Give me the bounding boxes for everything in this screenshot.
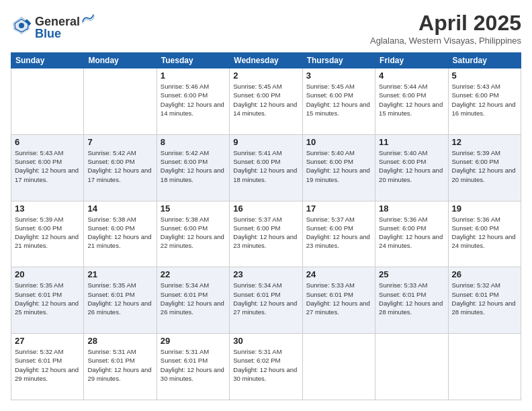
calendar-cell: 6Sunrise: 5:43 AM Sunset: 6:00 PM Daylig… xyxy=(11,134,84,201)
calendar-cell xyxy=(448,334,521,400)
day-info: Sunrise: 5:37 AM Sunset: 6:00 PM Dayligh… xyxy=(233,215,298,250)
month-year: April 2025 xyxy=(370,11,521,36)
day-info: Sunrise: 5:38 AM Sunset: 6:00 PM Dayligh… xyxy=(161,215,226,250)
location: Aglalana, Western Visayas, Philippines xyxy=(370,36,521,46)
col-thursday: Thursday xyxy=(302,53,375,68)
calendar-cell: 4Sunrise: 5:44 AM Sunset: 6:00 PM Daylig… xyxy=(375,68,448,135)
day-number: 19 xyxy=(452,203,517,214)
calendar-cell xyxy=(302,334,375,400)
day-info: Sunrise: 5:42 AM Sunset: 6:00 PM Dayligh… xyxy=(161,148,226,184)
calendar-cell xyxy=(375,334,448,400)
calendar-cell: 25Sunrise: 5:33 AM Sunset: 6:01 PM Dayli… xyxy=(375,267,448,334)
day-info: Sunrise: 5:36 AM Sunset: 6:00 PM Dayligh… xyxy=(452,215,517,250)
day-number: 10 xyxy=(306,137,371,147)
logo-icon xyxy=(11,15,32,36)
day-info: Sunrise: 5:31 AM Sunset: 6:01 PM Dayligh… xyxy=(87,347,152,383)
day-number: 1 xyxy=(161,71,226,81)
logo-blue: Blue xyxy=(35,27,61,40)
day-number: 14 xyxy=(87,203,152,214)
week-row-4: 20Sunrise: 5:35 AM Sunset: 6:01 PM Dayli… xyxy=(11,267,521,334)
day-info: Sunrise: 5:33 AM Sunset: 6:01 PM Dayligh… xyxy=(379,281,444,316)
calendar-cell xyxy=(84,68,157,135)
col-sunday: Sunday xyxy=(11,53,84,68)
day-number: 30 xyxy=(233,336,298,346)
calendar-cell: 27Sunrise: 5:32 AM Sunset: 6:01 PM Dayli… xyxy=(11,334,84,400)
calendar-cell: 23Sunrise: 5:34 AM Sunset: 6:01 PM Dayli… xyxy=(230,267,302,334)
day-number: 8 xyxy=(161,137,226,147)
day-number: 27 xyxy=(15,336,80,346)
calendar-cell: 22Sunrise: 5:34 AM Sunset: 6:01 PM Dayli… xyxy=(157,267,229,334)
calendar-cell: 1Sunrise: 5:46 AM Sunset: 6:00 PM Daylig… xyxy=(157,68,229,135)
day-info: Sunrise: 5:39 AM Sunset: 6:00 PM Dayligh… xyxy=(452,148,517,184)
day-info: Sunrise: 5:34 AM Sunset: 6:01 PM Dayligh… xyxy=(161,281,226,316)
day-number: 5 xyxy=(452,71,517,81)
calendar-cell: 30Sunrise: 5:31 AM Sunset: 6:02 PM Dayli… xyxy=(230,334,302,400)
day-number: 17 xyxy=(306,203,371,214)
calendar-cell: 10Sunrise: 5:40 AM Sunset: 6:00 PM Dayli… xyxy=(302,134,375,201)
day-number: 12 xyxy=(452,137,517,147)
col-monday: Monday xyxy=(84,53,157,68)
day-number: 25 xyxy=(379,269,444,279)
day-info: Sunrise: 5:45 AM Sunset: 6:00 PM Dayligh… xyxy=(306,82,371,118)
day-info: Sunrise: 5:39 AM Sunset: 6:00 PM Dayligh… xyxy=(15,215,80,250)
day-number: 26 xyxy=(452,269,517,279)
day-number: 13 xyxy=(15,203,80,214)
day-info: Sunrise: 5:45 AM Sunset: 6:00 PM Dayligh… xyxy=(233,82,298,118)
calendar-cell: 9Sunrise: 5:41 AM Sunset: 6:00 PM Daylig… xyxy=(230,134,302,201)
day-number: 29 xyxy=(161,336,226,346)
calendar-cell: 28Sunrise: 5:31 AM Sunset: 6:01 PM Dayli… xyxy=(84,334,157,400)
logo-wave-icon xyxy=(81,11,95,26)
day-number: 9 xyxy=(233,137,298,147)
day-info: Sunrise: 5:36 AM Sunset: 6:00 PM Dayligh… xyxy=(379,215,444,250)
calendar-cell: 7Sunrise: 5:42 AM Sunset: 6:00 PM Daylig… xyxy=(84,134,157,201)
day-info: Sunrise: 5:41 AM Sunset: 6:00 PM Dayligh… xyxy=(233,148,298,184)
calendar-cell: 17Sunrise: 5:37 AM Sunset: 6:00 PM Dayli… xyxy=(302,201,375,267)
header: General Blue April 2025 Aglalana, Wester… xyxy=(11,11,521,46)
calendar-cell: 5Sunrise: 5:43 AM Sunset: 6:00 PM Daylig… xyxy=(448,68,521,135)
calendar-cell xyxy=(11,68,84,135)
title-block: April 2025 Aglalana, Western Visayas, Ph… xyxy=(370,11,521,46)
calendar-cell: 11Sunrise: 5:40 AM Sunset: 6:00 PM Dayli… xyxy=(375,134,448,201)
calendar-cell: 13Sunrise: 5:39 AM Sunset: 6:00 PM Dayli… xyxy=(11,201,84,267)
day-info: Sunrise: 5:38 AM Sunset: 6:00 PM Dayligh… xyxy=(87,215,152,250)
day-number: 23 xyxy=(233,269,298,279)
day-info: Sunrise: 5:43 AM Sunset: 6:00 PM Dayligh… xyxy=(452,82,517,118)
calendar-cell: 16Sunrise: 5:37 AM Sunset: 6:00 PM Dayli… xyxy=(230,201,302,267)
day-info: Sunrise: 5:42 AM Sunset: 6:00 PM Dayligh… xyxy=(87,148,152,184)
col-saturday: Saturday xyxy=(448,53,521,68)
calendar-cell: 15Sunrise: 5:38 AM Sunset: 6:00 PM Dayli… xyxy=(157,201,229,267)
day-info: Sunrise: 5:35 AM Sunset: 6:01 PM Dayligh… xyxy=(15,281,80,316)
day-number: 24 xyxy=(306,269,371,279)
day-number: 2 xyxy=(233,71,298,81)
logo: General Blue xyxy=(11,11,96,40)
day-number: 16 xyxy=(233,203,298,214)
day-info: Sunrise: 5:34 AM Sunset: 6:01 PM Dayligh… xyxy=(233,281,298,316)
week-row-1: 1Sunrise: 5:46 AM Sunset: 6:00 PM Daylig… xyxy=(11,68,521,135)
day-number: 7 xyxy=(87,137,152,147)
calendar-cell: 19Sunrise: 5:36 AM Sunset: 6:00 PM Dayli… xyxy=(448,201,521,267)
day-info: Sunrise: 5:46 AM Sunset: 6:00 PM Dayligh… xyxy=(161,82,226,118)
calendar-cell: 18Sunrise: 5:36 AM Sunset: 6:00 PM Dayli… xyxy=(375,201,448,267)
day-number: 4 xyxy=(379,71,444,81)
day-info: Sunrise: 5:37 AM Sunset: 6:00 PM Dayligh… xyxy=(306,215,371,250)
week-row-2: 6Sunrise: 5:43 AM Sunset: 6:00 PM Daylig… xyxy=(11,134,521,201)
day-number: 20 xyxy=(15,269,80,279)
calendar-cell: 2Sunrise: 5:45 AM Sunset: 6:00 PM Daylig… xyxy=(230,68,302,135)
day-number: 3 xyxy=(306,71,371,81)
day-info: Sunrise: 5:40 AM Sunset: 6:00 PM Dayligh… xyxy=(379,148,444,184)
calendar-cell: 12Sunrise: 5:39 AM Sunset: 6:00 PM Dayli… xyxy=(448,134,521,201)
svg-point-2 xyxy=(19,23,24,28)
calendar-cell: 8Sunrise: 5:42 AM Sunset: 6:00 PM Daylig… xyxy=(157,134,229,201)
calendar: Sunday Monday Tuesday Wednesday Thursday… xyxy=(11,52,521,400)
day-number: 6 xyxy=(15,137,80,147)
logo-general: General xyxy=(35,15,80,28)
calendar-cell: 21Sunrise: 5:35 AM Sunset: 6:01 PM Dayli… xyxy=(84,267,157,334)
day-number: 21 xyxy=(87,269,152,279)
calendar-cell: 26Sunrise: 5:32 AM Sunset: 6:01 PM Dayli… xyxy=(448,267,521,334)
calendar-cell: 14Sunrise: 5:38 AM Sunset: 6:00 PM Dayli… xyxy=(84,201,157,267)
day-number: 28 xyxy=(87,336,152,346)
calendar-cell: 29Sunrise: 5:31 AM Sunset: 6:01 PM Dayli… xyxy=(157,334,229,400)
day-number: 11 xyxy=(379,137,444,147)
week-row-5: 27Sunrise: 5:32 AM Sunset: 6:01 PM Dayli… xyxy=(11,334,521,400)
calendar-header-row: Sunday Monday Tuesday Wednesday Thursday… xyxy=(11,53,521,68)
